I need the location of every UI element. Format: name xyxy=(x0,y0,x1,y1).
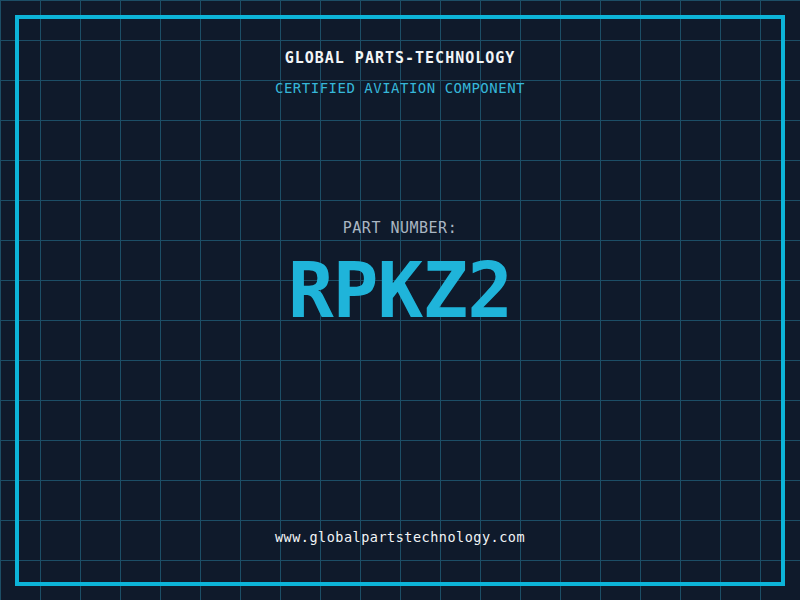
website-url: www.globalpartstechnology.com xyxy=(0,529,800,545)
company-name: GLOBAL PARTS-TECHNOLOGY xyxy=(0,49,800,67)
part-number-value: RPKZ2 xyxy=(0,252,800,330)
certification-subtitle: CERTIFIED AVIATION COMPONENT xyxy=(0,80,800,96)
part-label-page: GLOBAL PARTS-TECHNOLOGY CERTIFIED AVIATI… xyxy=(0,0,800,600)
part-number-label: PART NUMBER: xyxy=(0,219,800,237)
